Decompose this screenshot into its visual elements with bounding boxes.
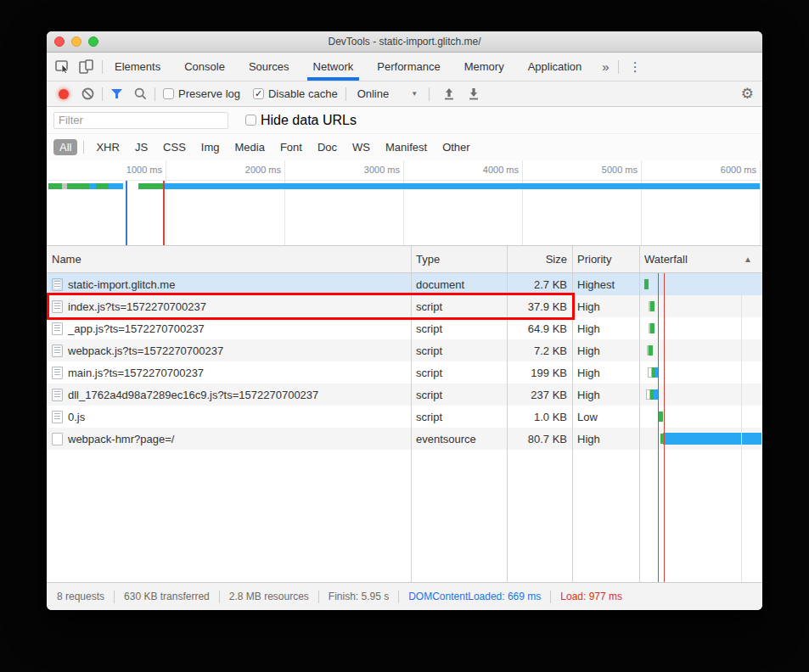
ruler-tick-label: 3000 ms [323, 165, 400, 175]
clear-network-log-icon[interactable] [81, 87, 94, 100]
size-cell: 2.7 KB [507, 278, 572, 291]
table-header-row: Name Type Size Priority Waterfall ▲ [47, 246, 762, 273]
request-name: dll_1762a4d98a7289ec16c9.js?ts=157227070… [68, 389, 318, 401]
hide-data-urls-checkbox[interactable]: Hide data URLs [245, 113, 357, 128]
overview-bar-segment [138, 183, 164, 189]
overview-bar-segment [67, 183, 89, 189]
tab-network[interactable]: Network [311, 53, 357, 81]
devtools-menu-button[interactable]: ⋮ [629, 53, 642, 81]
tabbar-divider-2 [618, 60, 619, 74]
inspect-element-icon[interactable] [55, 59, 70, 74]
ruler-tick-label: 4000 ms [442, 165, 519, 175]
request-count: 8 requests [57, 591, 114, 602]
filter-input[interactable] [53, 112, 228, 129]
request-name: 0.js [68, 411, 85, 423]
type-filter-css[interactable]: CSS [157, 139, 192, 155]
finish-time: Finish: 5.95 s [319, 591, 398, 602]
tab-console[interactable]: Console [182, 53, 228, 81]
column-divider[interactable] [411, 246, 412, 582]
overview-bar-segment [48, 183, 62, 189]
tab-application[interactable]: Application [525, 53, 585, 81]
import-har-icon[interactable] [442, 87, 456, 100]
resources-size: 2.8 MB resources [220, 591, 318, 602]
request-name: webpack-hmr?page=/ [68, 433, 174, 445]
table-row[interactable]: webpack-hmr?page=/eventsource80.7 KBHigh [47, 428, 762, 450]
load-time: Load: 977 ms [551, 591, 632, 602]
generic-file-icon [52, 433, 63, 445]
name-cell[interactable]: dll_1762a4d98a7289ec16c9.js?ts=157227070… [47, 389, 411, 401]
column-divider[interactable] [507, 246, 508, 582]
script-file-icon [52, 389, 63, 401]
search-icon[interactable] [134, 87, 147, 100]
type-filter-all[interactable]: All [53, 139, 77, 155]
devtools-window: DevTools - static-import.glitch.me/ Elem… [47, 31, 762, 610]
throttling-dropdown[interactable]: Online ▼ [354, 87, 422, 100]
type-filter-doc[interactable]: Doc [312, 139, 343, 155]
tab-performance[interactable]: Performance [374, 53, 442, 81]
type-filter-xhr[interactable]: XHR [90, 139, 125, 155]
type-filter-font[interactable]: Font [274, 139, 308, 155]
tab-sources[interactable]: Sources [246, 53, 292, 81]
name-cell[interactable]: main.js?ts=1572270700237 [47, 367, 411, 379]
table-row[interactable]: main.js?ts=1572270700237script199 KBHigh [47, 361, 762, 384]
type-filter-other[interactable]: Other [436, 139, 476, 155]
tab-strip: ElementsConsoleSourcesNetworkPerformance… [103, 53, 593, 81]
type-cell: script [411, 411, 507, 423]
export-har-icon[interactable] [467, 87, 480, 100]
type-filter-js[interactable]: JS [129, 139, 154, 155]
name-cell[interactable]: index.js?ts=1572270700237 [47, 300, 411, 313]
timeline-ruler: 1000 ms2000 ms3000 ms4000 ms5000 ms6000 … [47, 160, 762, 181]
name-cell[interactable]: webpack-hmr?page=/ [47, 433, 411, 445]
column-header-size[interactable]: Size [507, 253, 572, 266]
sort-ascending-icon[interactable]: ▲ [744, 246, 752, 273]
name-cell[interactable]: webpack.js?ts=1572270700237 [47, 344, 411, 357]
name-cell[interactable]: static-import.glitch.me [47, 278, 411, 291]
preserve-log-checkbox[interactable]: Preserve log [163, 87, 240, 100]
table-row[interactable]: 0.jsscript1.0 KBLow [47, 406, 762, 428]
column-divider[interactable] [572, 246, 573, 582]
type-filter-media[interactable]: Media [228, 139, 270, 155]
table-row[interactable]: _app.js?ts=1572270700237script64.9 KBHig… [47, 317, 762, 339]
priority-cell: High [572, 433, 639, 445]
type-cell: eventsource [411, 433, 507, 445]
type-filter-img[interactable]: Img [195, 139, 226, 155]
script-file-icon [52, 344, 63, 357]
column-divider[interactable] [639, 246, 640, 582]
toolbar-divider-1 [102, 87, 103, 101]
column-header-waterfall[interactable]: Waterfall ▲ [639, 246, 762, 272]
network-settings-gear-icon[interactable]: ⚙ [741, 87, 754, 101]
tab-memory[interactable]: Memory [462, 53, 507, 81]
table-row[interactable]: index.js?ts=1572270700237script37.9 KBHi… [47, 295, 762, 317]
ruler-tick-label: 6000 ms [680, 165, 756, 175]
table-row[interactable]: webpack.js?ts=1572270700237script7.2 KBH… [47, 339, 762, 361]
priority-cell: High [572, 322, 639, 335]
tab-elements[interactable]: Elements [112, 53, 163, 81]
type-filter-ws[interactable]: WS [346, 139, 376, 155]
type-cell: script [411, 344, 507, 357]
request-name: webpack.js?ts=1572270700237 [68, 344, 223, 357]
size-cell: 1.0 KB [507, 411, 572, 423]
waterfall-load-line [664, 273, 665, 582]
waterfall-bar-segment [659, 412, 663, 422]
transferred-size: 630 KB transferred [115, 591, 219, 602]
more-tabs-button[interactable]: » [602, 53, 609, 81]
name-cell[interactable]: _app.js?ts=1572270700237 [47, 322, 411, 335]
disable-cache-checkbox[interactable]: ✓ Disable cache [253, 87, 338, 100]
hide-data-urls-label: Hide data URLs [261, 113, 357, 128]
record-network-log-button[interactable] [59, 89, 69, 99]
network-overview[interactable]: 1000 ms2000 ms3000 ms4000 ms5000 ms6000 … [47, 160, 762, 246]
column-header-priority[interactable]: Priority [572, 253, 639, 266]
request-name: _app.js?ts=1572270700237 [68, 322, 205, 335]
filter-funnel-icon[interactable] [110, 88, 123, 99]
device-toolbar-icon[interactable] [79, 59, 93, 74]
column-header-type[interactable]: Type [411, 253, 507, 266]
priority-cell: Low [572, 411, 639, 423]
priority-cell: High [572, 300, 639, 313]
column-header-name[interactable]: Name [47, 253, 411, 266]
waterfall-dcl-line [658, 273, 659, 582]
overview-bar-segment [164, 183, 760, 189]
name-cell[interactable]: 0.js [47, 411, 411, 423]
type-filter-manifest[interactable]: Manifest [379, 139, 433, 155]
table-row[interactable]: static-import.glitch.medocument2.7 KBHig… [47, 273, 762, 295]
table-row[interactable]: dll_1762a4d98a7289ec16c9.js?ts=157227070… [47, 384, 762, 406]
